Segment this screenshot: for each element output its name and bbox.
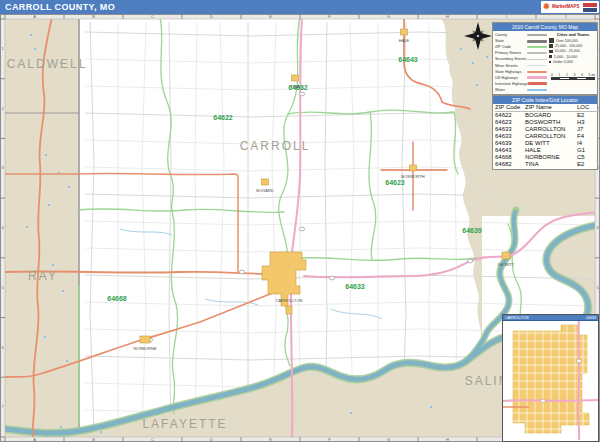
zip-table-cell: F4 [577,133,599,140]
zip-column-header: ZIP Code [495,104,525,112]
svg-text:B: B [92,437,95,442]
map-sheet: CARROLL COUNTY, MO ✹ MarketMAPS [0,0,600,442]
legend-city-items: Over 100,00025,000 - 100,00010,000 - 25,… [549,38,597,65]
zip-column-header: LOC [577,104,599,112]
zip-table-cell: CARROLLTON [525,126,577,133]
zip-table-cell: E2 [577,112,599,119]
brand-logo: ✹ MarketMAPS [541,1,599,13]
inset-zip-label: 64633 [586,315,596,321]
inset-title-bar: CARROLLTON 64633 [503,315,598,321]
zip-table-cell: 64682 [495,161,525,168]
zip-table-cell: 64643 [495,147,525,154]
zip-table-cell: E2 [577,161,599,168]
zip-table-cell: BOSWORTH [525,119,577,126]
svg-text:D: D [210,437,213,442]
svg-text:I: I [506,14,507,19]
svg-text:E: E [269,437,272,442]
svg-text:H: H [446,14,449,19]
inset-map: CARROLLTON 64633 [502,314,599,442]
logo-text: MarketMAPS [552,0,580,14]
svg-text:C: C [151,14,154,19]
svg-text:E: E [269,14,272,19]
svg-text:A: A [33,14,36,19]
svg-text:B: B [92,14,95,19]
zip-table-cell: I4 [577,140,599,147]
svg-text:H: H [446,437,449,442]
zip-table-cell: TINA [525,161,577,168]
zip-column-header: ZIP Name [525,104,577,112]
zip-table-cell: 64633 [495,126,525,133]
zip-table-cell: HALE [525,147,577,154]
zip-table-cell: 64633 [495,133,525,140]
zip-table-cell: J7 [577,126,599,133]
zip-table-cell: NORBORNE [525,154,577,161]
zip-table-cell: H3 [577,119,599,126]
zip-table-cell: G1 [577,147,599,154]
svg-text:A: A [33,437,36,442]
inset-canvas [503,321,598,441]
zip-table-cell: BOGARD [525,112,577,119]
zip-table-cell: 64668 [495,154,525,161]
zip-index-table: ZIP Code Index/Grid Locator ZIP CodeZIP … [492,95,598,170]
inset-title: CARROLLTON [505,315,529,321]
scale-bar: 012345 mi [551,73,595,80]
zip-table-cell: 64623 [495,119,525,126]
logo-star-icon: ✹ [543,3,550,11]
zip-table-cell: 64622 [495,112,525,119]
zip-table-cell: 64639 [495,140,525,147]
logo-tag-blocks [583,3,597,12]
svg-text:D: D [210,14,213,19]
zip-table-title: ZIP Code Index/Grid Locator [493,96,597,104]
legend-city-item: Under 5,000 [549,60,597,65]
legend-title: 2010 Carroll County, MO Map [493,23,597,31]
svg-text:C: C [151,437,154,442]
legend-box: 2010 Carroll County, MO Map CountyStateZ… [492,22,598,95]
legend-item: Water [495,87,547,93]
svg-text:J: J [565,14,567,19]
title-bar: CARROLL COUNTY, MO ✹ MarketMAPS [0,0,600,14]
svg-text:G: G [387,437,390,442]
svg-text:G: G [387,14,390,19]
zip-table-cell: CARROLLTON [525,133,577,140]
page-title: CARROLL COUNTY, MO [5,2,115,12]
zip-table-cell: C5 [577,154,599,161]
inset-us-highway-h [503,400,598,401]
zip-table-cell: DE WITT [525,140,577,147]
legend-line-items: CountyStateZIP CodePrimary StreetsSecond… [495,32,547,93]
